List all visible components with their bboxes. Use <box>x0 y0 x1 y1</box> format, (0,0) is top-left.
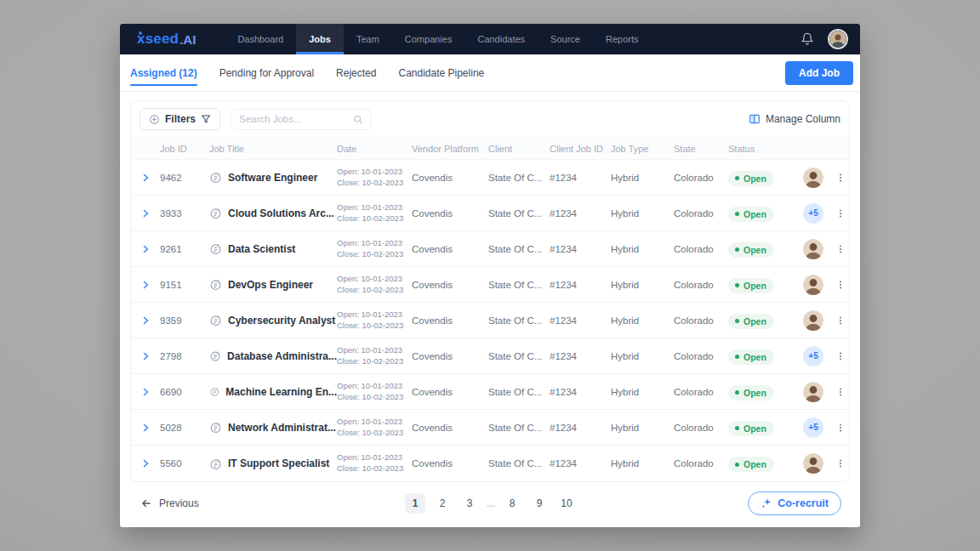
cell-state: Colorado <box>674 387 728 397</box>
table-row[interactable]: 6690 Machine Learning En... Open: 10-01-… <box>131 374 849 410</box>
row-expand-chevron-icon[interactable] <box>131 351 160 361</box>
nav-item[interactable]: Candidates <box>464 24 538 54</box>
row-expand-chevron-icon[interactable] <box>131 280 160 290</box>
cell-date: Open: 10-01-2023 Close: 10-02-2023 <box>337 310 412 332</box>
brand-logo[interactable]: xseed.AI <box>137 24 196 54</box>
row-kebab-menu-icon[interactable] <box>830 422 851 434</box>
header-job-id: Job ID <box>160 144 209 154</box>
tab[interactable]: Candidate Pipeline <box>398 54 484 91</box>
nav-item[interactable]: Companies <box>392 24 465 54</box>
assignee-avatar[interactable] <box>803 168 823 188</box>
cell-status: Open <box>728 311 796 329</box>
row-kebab-menu-icon[interactable] <box>830 350 851 362</box>
date-open: Open: 10-01-2023 <box>337 345 412 356</box>
cell-job-id: 5028 <box>160 423 209 433</box>
row-kebab-menu-icon[interactable] <box>830 315 851 327</box>
table-row[interactable]: 9359 Cybersecurity Analyst Open: 10-01-2… <box>131 303 849 338</box>
row-expand-chevron-icon[interactable] <box>131 387 160 397</box>
table-header-row: Job ID Job Title Date Vendor Platform Cl… <box>131 137 849 160</box>
user-avatar[interactable] <box>828 29 848 49</box>
cell-client-job-id: #1234 <box>550 423 611 433</box>
row-expand-chevron-icon[interactable] <box>131 173 160 183</box>
table-row[interactable]: 9261 Data Scientist Open: 10-01-2023 Clo… <box>131 231 849 267</box>
page-button[interactable]: 3 <box>459 493 480 514</box>
status-dot <box>735 319 739 323</box>
cell-client-job-id: #1234 <box>550 387 611 397</box>
job-doc-icon <box>209 349 221 362</box>
table-row[interactable]: 9151 DevOps Engineer Open: 10-01-2023 Cl… <box>131 267 849 303</box>
assignee-count-badge[interactable]: +5 <box>803 203 823 224</box>
job-doc-icon <box>209 421 222 434</box>
tab[interactable]: Assigned (12) <box>130 54 197 91</box>
page-ellipsis: ... <box>487 497 495 509</box>
cell-job-title: Database Administra... <box>209 349 337 362</box>
date-close: Close: 10-02-2023 <box>337 356 412 367</box>
cell-status: Open <box>728 383 796 400</box>
page-button[interactable]: 9 <box>529 493 550 514</box>
table-row[interactable]: 5560 IT Support Specialist Open: 10-01-2… <box>131 446 849 481</box>
nav-item[interactable]: Dashboard <box>225 24 296 54</box>
manage-column-button[interactable]: Manage Column <box>749 113 840 125</box>
view-tabs: Assigned (12) Pending for Approval Rejec… <box>130 54 484 91</box>
nav-item[interactable]: Jobs <box>296 24 344 54</box>
page-button[interactable]: 8 <box>502 493 522 514</box>
assignee-avatar[interactable] <box>803 310 823 331</box>
date-open: Open: 10-01-2023 <box>337 381 412 392</box>
cell-status: Open <box>728 455 796 473</box>
page-button[interactable]: 10 <box>556 493 577 514</box>
row-kebab-menu-icon[interactable] <box>830 279 851 291</box>
cell-job-id: 9359 <box>160 315 209 326</box>
table-row[interactable]: 9462 Software Engineer Open: 10-01-2023 … <box>131 160 849 196</box>
date-close: Close: 10-02-2023 <box>337 249 412 260</box>
notification-bell-icon[interactable] <box>801 32 814 46</box>
job-title-text: Data Scientist <box>228 243 295 255</box>
filters-button[interactable]: Filters <box>140 108 220 130</box>
tab[interactable]: Rejected <box>336 54 376 91</box>
cell-job-title: Data Scientist <box>209 242 337 255</box>
previous-page-button[interactable]: Previous <box>140 497 199 509</box>
date-close: Close: 10-02-2023 <box>337 178 412 189</box>
search-icon <box>353 114 363 125</box>
row-expand-chevron-icon[interactable] <box>131 458 160 469</box>
row-kebab-menu-icon[interactable] <box>830 243 851 255</box>
cell-job-title: DevOps Engineer <box>209 278 337 291</box>
status-dot <box>735 463 739 467</box>
assignee-count-badge[interactable]: +5 <box>803 346 823 366</box>
nav-item[interactable]: Source <box>538 24 593 54</box>
add-job-button[interactable]: Add Job <box>785 61 853 85</box>
assignee-avatar[interactable] <box>803 275 823 295</box>
pagination: 1 2 3 ... 8 9 10 <box>405 493 577 514</box>
assignee-count-badge[interactable]: +5 <box>803 418 823 438</box>
row-kebab-menu-icon[interactable] <box>830 457 851 469</box>
table-row[interactable]: 2798 Database Administra... Open: 10-01-… <box>131 338 849 374</box>
row-kebab-menu-icon[interactable] <box>830 172 851 184</box>
job-doc-icon <box>209 385 219 398</box>
cell-assignee <box>796 382 830 402</box>
assignee-avatar[interactable] <box>803 382 823 402</box>
row-expand-chevron-icon[interactable] <box>131 423 160 433</box>
row-expand-chevron-icon[interactable] <box>131 208 160 219</box>
search-input[interactable] <box>239 114 353 124</box>
row-expand-chevron-icon[interactable] <box>131 244 160 254</box>
job-doc-icon <box>209 314 222 327</box>
nav-item[interactable]: Team <box>344 24 392 54</box>
tab[interactable]: Pending for Approval <box>219 54 314 91</box>
cell-vendor-platform: Covendis <box>412 244 488 254</box>
row-kebab-menu-icon[interactable] <box>830 386 851 398</box>
assignee-avatar[interactable] <box>803 453 823 474</box>
header-state: State <box>674 144 728 154</box>
job-title-text: Machine Learning En... <box>225 386 337 398</box>
assignee-avatar[interactable] <box>803 239 823 259</box>
cell-state: Colorado <box>674 244 728 254</box>
row-expand-chevron-icon[interactable] <box>131 315 160 326</box>
page-button[interactable]: 1 <box>405 493 425 514</box>
table-row[interactable]: 5028 Network Administrat... Open: 10-01-… <box>131 410 849 446</box>
page-button[interactable]: 2 <box>432 493 453 514</box>
row-kebab-menu-icon[interactable] <box>830 207 851 219</box>
status-badge: Open <box>728 457 774 472</box>
co-recruit-button[interactable]: Co-recruit <box>748 491 841 515</box>
nav-item[interactable]: Reports <box>593 24 652 54</box>
co-recruit-label: Co-recruit <box>778 497 829 509</box>
cell-vendor-platform: Covendis <box>412 280 488 290</box>
table-row[interactable]: 3933 Cloud Solutions Arc... Open: 10-01-… <box>131 196 849 231</box>
